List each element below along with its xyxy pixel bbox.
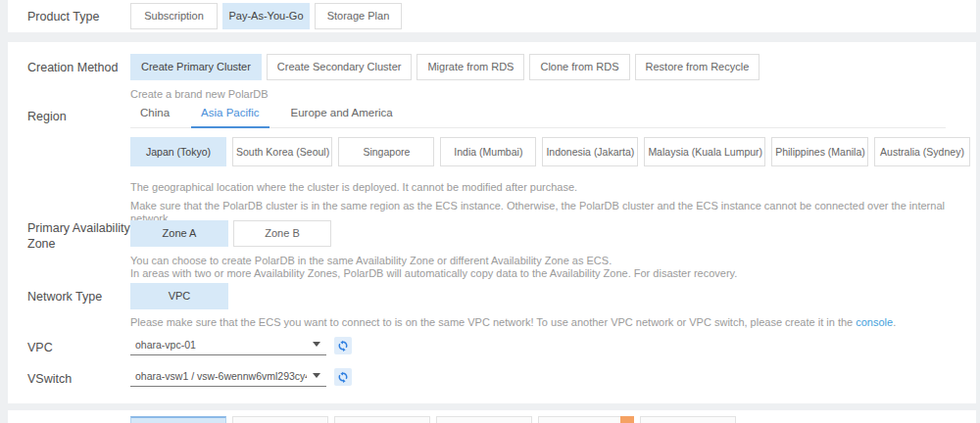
- vpc-label: VPC: [8, 336, 130, 355]
- network-type-row: Network Type VPC Please make sure that t…: [8, 283, 976, 329]
- option-philippines-manila[interactable]: Philippines (Manila): [771, 137, 868, 166]
- option-subscription[interactable]: Subscription: [130, 3, 218, 29]
- product-type-options: Subscription Pay-As-You-Go Storage Plan: [130, 3, 976, 29]
- option-malaysia-kuala-lumpur[interactable]: Malaysia (Kuala Lumpur): [644, 137, 765, 166]
- option-singapore[interactable]: Singapore: [338, 137, 434, 166]
- vswitch-label: VSwitch: [8, 367, 130, 387]
- option-pay-as-you-go[interactable]: Pay-As-You-Go: [222, 3, 310, 29]
- partial-options-row: [130, 416, 742, 423]
- promo-badge: [620, 416, 634, 423]
- refresh-icon: [337, 371, 349, 383]
- region-row: Region China Asia Pacific Europe and Ame…: [8, 105, 976, 225]
- option-storage-plan[interactable]: Storage Plan: [315, 3, 402, 29]
- console-link[interactable]: console: [856, 316, 893, 328]
- vswitch-select-value: ohara-vsw1 / vsw-6wennw6vml293cy49htjg: [135, 370, 307, 382]
- region-label: Region: [8, 105, 130, 124]
- option-vpc[interactable]: VPC: [130, 283, 228, 309]
- cluster-form-card: Creation Method Create Primary Cluster C…: [8, 42, 976, 403]
- chevron-down-icon: [313, 342, 320, 347]
- vswitch-select[interactable]: ohara-vsw1 / vsw-6wennw6vml293cy49htjg: [130, 367, 326, 387]
- partial-option-button[interactable]: [640, 416, 736, 423]
- creation-method-options: Create Primary Cluster Create Secondary …: [130, 54, 976, 80]
- option-zone-a[interactable]: Zone A: [130, 220, 228, 247]
- network-type-help-text: Please make sure that the ECS you want t…: [130, 316, 856, 328]
- region-options: Japan (Tokyo) South Korea (Seoul) Singap…: [130, 137, 976, 166]
- option-zone-b[interactable]: Zone B: [233, 220, 331, 247]
- availability-zone-help-2: In areas with two or more Availability Z…: [130, 267, 976, 280]
- creation-method-help: Create a brand new PolarDB: [130, 88, 269, 101]
- vswitch-refresh-button[interactable]: [334, 368, 352, 386]
- region-tabs: China Asia Pacific Europe and America: [130, 105, 946, 128]
- option-restore-from-recycle[interactable]: Restore from Recycle: [635, 54, 760, 80]
- product-type-card: Product Type Subscription Pay-As-You-Go …: [8, 0, 976, 32]
- option-india-mumbai[interactable]: India (Mumbai): [440, 137, 536, 166]
- vpc-refresh-button[interactable]: [334, 337, 352, 354]
- vswitch-row: VSwitch ohara-vsw1 / vsw-6wennw6vml293cy…: [8, 367, 976, 387]
- option-indonesia-jakarta[interactable]: Indonesia (Jakarta): [542, 137, 638, 166]
- creation-method-row: Creation Method Create Primary Cluster C…: [8, 54, 976, 80]
- availability-zone-label: Primary Availability Zone: [8, 220, 130, 252]
- availability-zone-help-1: You can choose to create PolarDB in the …: [130, 255, 976, 267]
- partial-option-button[interactable]: [130, 416, 226, 423]
- product-type-label: Product Type: [8, 9, 130, 24]
- option-migrate-from-rds[interactable]: Migrate from RDS: [416, 54, 524, 80]
- chevron-down-icon: [313, 373, 320, 378]
- availability-zone-options: Zone A Zone B: [130, 220, 976, 247]
- vpc-select[interactable]: ohara-vpc-01: [130, 336, 326, 355]
- region-help-1: The geographical location where the clus…: [130, 181, 976, 194]
- partial-option-button[interactable]: [232, 416, 328, 423]
- availability-zone-row: Primary Availability Zone Zone A Zone B …: [8, 220, 976, 280]
- region-tab-asia-pacific[interactable]: Asia Pacific: [191, 105, 269, 128]
- network-type-label: Network Type: [8, 283, 130, 305]
- partial-option-button[interactable]: [334, 416, 430, 423]
- partial-option-button[interactable]: [538, 416, 634, 423]
- option-japan-tokyo[interactable]: Japan (Tokyo): [130, 137, 226, 166]
- refresh-icon: [337, 340, 349, 352]
- network-type-help-suffix: .: [893, 316, 896, 328]
- option-create-secondary-cluster[interactable]: Create Secondary Cluster: [267, 54, 413, 80]
- vpc-row: VPC ohara-vpc-01: [8, 336, 976, 355]
- option-clone-from-rds[interactable]: Clone from RDS: [529, 54, 629, 80]
- next-section-card: [8, 410, 976, 423]
- creation-method-label: Creation Method: [8, 54, 130, 75]
- vpc-select-value: ohara-vpc-01: [135, 339, 196, 351]
- option-south-korea-seoul[interactable]: South Korea (Seoul): [232, 137, 332, 166]
- partial-option-button[interactable]: [436, 416, 532, 423]
- network-type-options: VPC: [130, 283, 976, 309]
- network-type-help: Please make sure that the ECS you want t…: [130, 316, 976, 329]
- region-tab-europe-america[interactable]: Europe and America: [281, 105, 403, 127]
- region-tab-china[interactable]: China: [130, 105, 179, 127]
- option-create-primary-cluster[interactable]: Create Primary Cluster: [130, 54, 262, 80]
- option-australia-sydney[interactable]: Australia (Sydney): [874, 137, 970, 166]
